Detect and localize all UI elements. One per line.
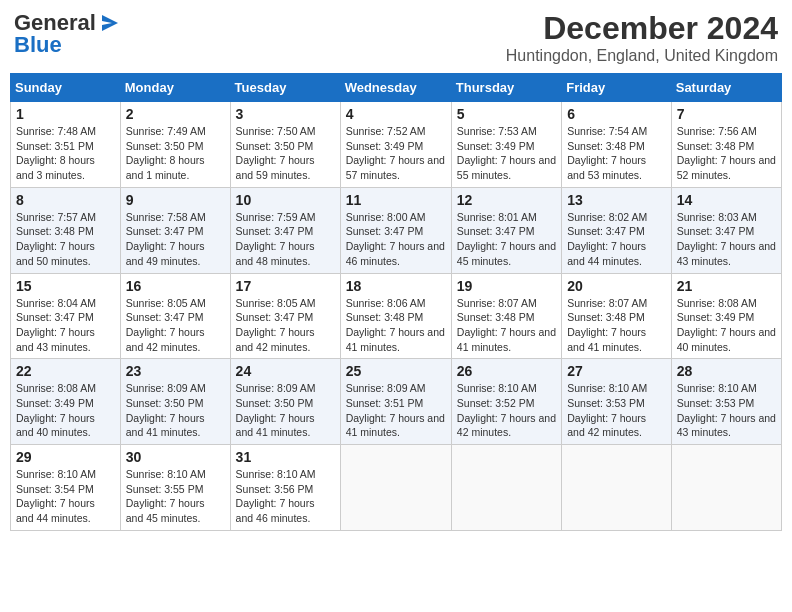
- day-number: 16: [126, 278, 225, 294]
- calendar-day-18: 18Sunrise: 8:06 AMSunset: 3:48 PMDayligh…: [340, 273, 451, 359]
- day-number: 2: [126, 106, 225, 122]
- weekday-friday: Friday: [562, 74, 672, 102]
- day-detail: Sunrise: 7:57 AMSunset: 3:48 PMDaylight:…: [16, 210, 115, 269]
- calendar-day-27: 27Sunrise: 8:10 AMSunset: 3:53 PMDayligh…: [562, 359, 672, 445]
- day-detail: Sunrise: 7:52 AMSunset: 3:49 PMDaylight:…: [346, 124, 446, 183]
- day-number: 4: [346, 106, 446, 122]
- day-number: 17: [236, 278, 335, 294]
- day-detail: Sunrise: 8:01 AMSunset: 3:47 PMDaylight:…: [457, 210, 556, 269]
- day-number: 1: [16, 106, 115, 122]
- day-detail: Sunrise: 8:10 AMSunset: 3:56 PMDaylight:…: [236, 467, 335, 526]
- weekday-sunday: Sunday: [11, 74, 121, 102]
- day-number: 8: [16, 192, 115, 208]
- day-detail: Sunrise: 7:58 AMSunset: 3:47 PMDaylight:…: [126, 210, 225, 269]
- calendar-day-2: 2Sunrise: 7:49 AMSunset: 3:50 PMDaylight…: [120, 102, 230, 188]
- day-number: 7: [677, 106, 776, 122]
- calendar-day-19: 19Sunrise: 8:07 AMSunset: 3:48 PMDayligh…: [451, 273, 561, 359]
- day-detail: Sunrise: 8:05 AMSunset: 3:47 PMDaylight:…: [126, 296, 225, 355]
- calendar-day-23: 23Sunrise: 8:09 AMSunset: 3:50 PMDayligh…: [120, 359, 230, 445]
- weekday-thursday: Thursday: [451, 74, 561, 102]
- calendar-day-13: 13Sunrise: 8:02 AMSunset: 3:47 PMDayligh…: [562, 187, 672, 273]
- logo: General Blue: [14, 10, 122, 58]
- day-detail: Sunrise: 7:53 AMSunset: 3:49 PMDaylight:…: [457, 124, 556, 183]
- calendar-day-15: 15Sunrise: 8:04 AMSunset: 3:47 PMDayligh…: [11, 273, 121, 359]
- page-header: General Blue December 2024 Huntingdon, E…: [10, 10, 782, 65]
- day-number: 31: [236, 449, 335, 465]
- day-number: 25: [346, 363, 446, 379]
- day-number: 3: [236, 106, 335, 122]
- calendar-day-24: 24Sunrise: 8:09 AMSunset: 3:50 PMDayligh…: [230, 359, 340, 445]
- weekday-tuesday: Tuesday: [230, 74, 340, 102]
- day-detail: Sunrise: 7:56 AMSunset: 3:48 PMDaylight:…: [677, 124, 776, 183]
- day-number: 19: [457, 278, 556, 294]
- calendar-week-3: 15Sunrise: 8:04 AMSunset: 3:47 PMDayligh…: [11, 273, 782, 359]
- day-number: 24: [236, 363, 335, 379]
- logo-blue: Blue: [14, 32, 62, 58]
- day-detail: Sunrise: 7:54 AMSunset: 3:48 PMDaylight:…: [567, 124, 666, 183]
- day-detail: Sunrise: 8:10 AMSunset: 3:55 PMDaylight:…: [126, 467, 225, 526]
- day-number: 21: [677, 278, 776, 294]
- calendar-table: SundayMondayTuesdayWednesdayThursdayFrid…: [10, 73, 782, 531]
- day-number: 15: [16, 278, 115, 294]
- calendar-day-31: 31Sunrise: 8:10 AMSunset: 3:56 PMDayligh…: [230, 445, 340, 531]
- weekday-wednesday: Wednesday: [340, 74, 451, 102]
- day-detail: Sunrise: 8:05 AMSunset: 3:47 PMDaylight:…: [236, 296, 335, 355]
- day-detail: Sunrise: 8:02 AMSunset: 3:47 PMDaylight:…: [567, 210, 666, 269]
- logo-icon: [98, 11, 122, 35]
- subtitle: Huntingdon, England, United Kingdom: [506, 47, 778, 65]
- empty-cell: [562, 445, 672, 531]
- day-number: 29: [16, 449, 115, 465]
- day-number: 9: [126, 192, 225, 208]
- day-detail: Sunrise: 7:49 AMSunset: 3:50 PMDaylight:…: [126, 124, 225, 183]
- day-detail: Sunrise: 7:59 AMSunset: 3:47 PMDaylight:…: [236, 210, 335, 269]
- calendar-day-9: 9Sunrise: 7:58 AMSunset: 3:47 PMDaylight…: [120, 187, 230, 273]
- calendar-day-10: 10Sunrise: 7:59 AMSunset: 3:47 PMDayligh…: [230, 187, 340, 273]
- day-detail: Sunrise: 8:10 AMSunset: 3:54 PMDaylight:…: [16, 467, 115, 526]
- calendar-day-20: 20Sunrise: 8:07 AMSunset: 3:48 PMDayligh…: [562, 273, 672, 359]
- day-detail: Sunrise: 8:08 AMSunset: 3:49 PMDaylight:…: [16, 381, 115, 440]
- day-number: 10: [236, 192, 335, 208]
- day-detail: Sunrise: 8:10 AMSunset: 3:53 PMDaylight:…: [677, 381, 776, 440]
- calendar-day-22: 22Sunrise: 8:08 AMSunset: 3:49 PMDayligh…: [11, 359, 121, 445]
- day-detail: Sunrise: 7:48 AMSunset: 3:51 PMDaylight:…: [16, 124, 115, 183]
- calendar-week-4: 22Sunrise: 8:08 AMSunset: 3:49 PMDayligh…: [11, 359, 782, 445]
- calendar-day-12: 12Sunrise: 8:01 AMSunset: 3:47 PMDayligh…: [451, 187, 561, 273]
- calendar-week-1: 1Sunrise: 7:48 AMSunset: 3:51 PMDaylight…: [11, 102, 782, 188]
- calendar-day-21: 21Sunrise: 8:08 AMSunset: 3:49 PMDayligh…: [671, 273, 781, 359]
- calendar-day-3: 3Sunrise: 7:50 AMSunset: 3:50 PMDaylight…: [230, 102, 340, 188]
- day-detail: Sunrise: 8:06 AMSunset: 3:48 PMDaylight:…: [346, 296, 446, 355]
- day-detail: Sunrise: 8:08 AMSunset: 3:49 PMDaylight:…: [677, 296, 776, 355]
- calendar-day-25: 25Sunrise: 8:09 AMSunset: 3:51 PMDayligh…: [340, 359, 451, 445]
- weekday-saturday: Saturday: [671, 74, 781, 102]
- main-title: December 2024: [506, 10, 778, 47]
- calendar-day-28: 28Sunrise: 8:10 AMSunset: 3:53 PMDayligh…: [671, 359, 781, 445]
- calendar-day-8: 8Sunrise: 7:57 AMSunset: 3:48 PMDaylight…: [11, 187, 121, 273]
- calendar-day-14: 14Sunrise: 8:03 AMSunset: 3:47 PMDayligh…: [671, 187, 781, 273]
- day-detail: Sunrise: 8:04 AMSunset: 3:47 PMDaylight:…: [16, 296, 115, 355]
- weekday-monday: Monday: [120, 74, 230, 102]
- calendar-day-11: 11Sunrise: 8:00 AMSunset: 3:47 PMDayligh…: [340, 187, 451, 273]
- calendar-day-16: 16Sunrise: 8:05 AMSunset: 3:47 PMDayligh…: [120, 273, 230, 359]
- day-number: 13: [567, 192, 666, 208]
- calendar-week-2: 8Sunrise: 7:57 AMSunset: 3:48 PMDaylight…: [11, 187, 782, 273]
- day-number: 11: [346, 192, 446, 208]
- calendar-day-29: 29Sunrise: 8:10 AMSunset: 3:54 PMDayligh…: [11, 445, 121, 531]
- day-number: 26: [457, 363, 556, 379]
- calendar-day-26: 26Sunrise: 8:10 AMSunset: 3:52 PMDayligh…: [451, 359, 561, 445]
- calendar-day-30: 30Sunrise: 8:10 AMSunset: 3:55 PMDayligh…: [120, 445, 230, 531]
- day-detail: Sunrise: 8:09 AMSunset: 3:51 PMDaylight:…: [346, 381, 446, 440]
- day-detail: Sunrise: 8:09 AMSunset: 3:50 PMDaylight:…: [126, 381, 225, 440]
- day-number: 23: [126, 363, 225, 379]
- day-number: 18: [346, 278, 446, 294]
- day-detail: Sunrise: 8:07 AMSunset: 3:48 PMDaylight:…: [567, 296, 666, 355]
- day-number: 14: [677, 192, 776, 208]
- day-detail: Sunrise: 8:03 AMSunset: 3:47 PMDaylight:…: [677, 210, 776, 269]
- day-number: 12: [457, 192, 556, 208]
- empty-cell: [671, 445, 781, 531]
- calendar-day-5: 5Sunrise: 7:53 AMSunset: 3:49 PMDaylight…: [451, 102, 561, 188]
- day-number: 6: [567, 106, 666, 122]
- day-detail: Sunrise: 8:07 AMSunset: 3:48 PMDaylight:…: [457, 296, 556, 355]
- day-detail: Sunrise: 7:50 AMSunset: 3:50 PMDaylight:…: [236, 124, 335, 183]
- title-block: December 2024 Huntingdon, England, Unite…: [506, 10, 778, 65]
- calendar-day-6: 6Sunrise: 7:54 AMSunset: 3:48 PMDaylight…: [562, 102, 672, 188]
